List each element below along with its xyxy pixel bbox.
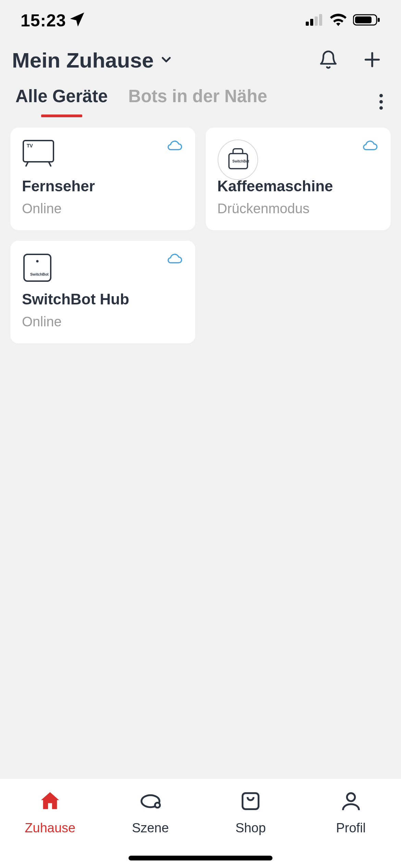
scene-icon [138,789,162,815]
svg-rect-3 [319,14,322,26]
svg-rect-21 [243,793,259,809]
device-status: Online [22,314,184,329]
header-actions [318,50,382,71]
wifi-icon [330,14,347,27]
home-icon [38,789,62,815]
svg-rect-16 [24,254,51,281]
device-grid: TV Fernseher Online SwitchBot [0,117,401,354]
switchbot-hub-icon: SwitchBot [22,252,63,290]
status-bar: 15:23 [0,0,401,41]
cloud-icon [362,139,379,153]
svg-rect-2 [315,16,318,26]
status-time-wrap: 15:23 [21,11,85,31]
shop-icon [239,789,263,815]
svg-text:SwitchBot: SwitchBot [232,159,250,163]
tabs-group: Alle Geräte Bots in der Nähe [15,86,267,117]
svg-text:SwitchBot: SwitchBot [30,272,49,276]
status-time: 15:23 [21,11,66,31]
nav-label: Profil [336,821,366,835]
tab-label: Alle Geräte [15,86,108,106]
svg-rect-6 [378,18,380,22]
battery-icon [353,14,380,27]
bell-icon[interactable] [318,50,338,71]
svg-point-20 [155,803,160,808]
svg-rect-5 [355,16,372,23]
device-card[interactable]: SwitchBot Kaffeemaschine Drückenmodus [206,128,391,230]
device-status: Online [22,201,184,216]
location-icon [70,11,85,31]
tv-icon: TV [22,139,63,177]
svg-rect-1 [310,19,313,26]
device-name: SwitchBot Hub [22,291,184,308]
svg-point-22 [347,793,355,801]
device-name: Fernseher [22,178,184,195]
device-card[interactable]: TV Fernseher Online [10,128,195,230]
tabs-row: Alle Geräte Bots in der Nähe [0,79,401,117]
svg-point-17 [36,260,39,263]
nav-profile[interactable]: Profil [317,789,385,835]
device-card[interactable]: SwitchBot SwitchBot Hub Online [10,241,195,343]
nav-label: Szene [132,821,169,835]
tab-label: Bots in der Nähe [128,86,267,106]
svg-text:TV: TV [27,143,33,148]
bottom-nav: Zuhause Szene Shop Profil [0,779,401,868]
home-selector[interactable]: Mein Zuhause [12,48,173,72]
home-indicator [129,856,272,860]
app-header: Mein Zuhause [0,41,401,79]
cellular-icon [306,14,324,27]
more-options-button[interactable] [377,91,386,113]
cloud-icon [167,252,184,266]
status-right [306,14,380,27]
plus-icon[interactable] [362,50,382,71]
tab-nearby-bots[interactable]: Bots in der Nähe [128,86,267,117]
device-name: Kaffeemaschine [217,178,379,195]
tab-underline [41,114,82,117]
home-title: Mein Zuhause [12,48,154,72]
switchbot-bot-icon: SwitchBot [217,139,258,177]
device-status: Drückenmodus [217,201,379,216]
nav-label: Shop [235,821,266,835]
chevron-down-icon [159,52,173,68]
tab-all-devices[interactable]: Alle Geräte [15,86,108,117]
nav-home[interactable]: Zuhause [16,789,84,835]
nav-label: Zuhause [25,821,75,835]
nav-scene[interactable]: Szene [116,789,185,835]
cloud-icon [167,139,184,153]
svg-rect-0 [306,22,309,26]
profile-icon [339,789,363,815]
nav-shop[interactable]: Shop [216,789,285,835]
